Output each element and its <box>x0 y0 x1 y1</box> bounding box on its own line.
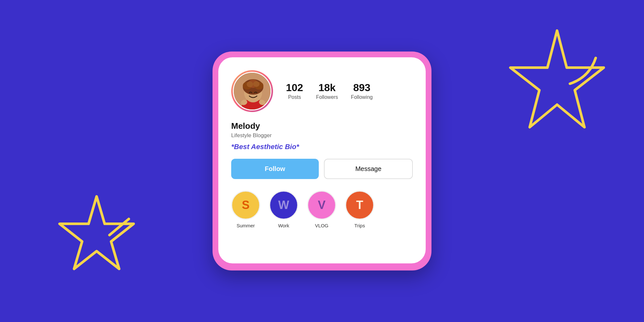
stat-following[interactable]: 893 Following <box>351 82 373 100</box>
svg-marker-0 <box>60 196 134 269</box>
right-star-decoration <box>496 26 618 148</box>
highlight-work[interactable]: W Work <box>269 191 298 228</box>
highlight-label-summer: Summer <box>237 223 255 228</box>
stat-followers[interactable]: 18k Followers <box>316 82 338 100</box>
highlight-circle-trips: T <box>345 191 374 220</box>
svg-point-11 <box>247 81 253 87</box>
user-bio: *Best Aesthetic Bio* <box>231 143 413 151</box>
highlight-label-trips: Trips <box>355 223 365 228</box>
stats-section: 102 Posts 18k Followers 893 Following <box>286 82 413 100</box>
highlight-vlog[interactable]: V VLOG <box>307 191 336 228</box>
highlight-circle-vlog: V <box>307 191 336 220</box>
highlight-label-vlog: VLOG <box>315 223 328 228</box>
followers-count: 18k <box>318 82 336 93</box>
message-button[interactable]: Message <box>324 159 413 179</box>
user-title: Lifestyle Blogger <box>231 132 413 139</box>
highlight-circle-summer: S <box>231 191 260 220</box>
action-buttons: Follow Message <box>231 159 413 179</box>
left-star-decoration <box>52 193 142 283</box>
posts-count: 102 <box>286 82 303 93</box>
phone-mockup: 102 Posts 18k Followers 893 Following Me… <box>213 52 431 270</box>
highlights-row: S Summer W Work V VLOG T Trips <box>231 191 413 228</box>
user-name: Melody <box>231 121 413 131</box>
follow-button[interactable]: Follow <box>231 159 319 179</box>
highlight-label-work: Work <box>278 223 289 228</box>
svg-marker-2 <box>510 31 604 127</box>
following-count: 893 <box>353 82 370 93</box>
avatar-ring <box>231 70 273 112</box>
stat-posts[interactable]: 102 Posts <box>286 82 303 100</box>
following-label: Following <box>351 94 373 100</box>
avatar <box>233 72 271 110</box>
svg-point-12 <box>253 81 260 87</box>
highlight-trips[interactable]: T Trips <box>345 191 374 228</box>
highlight-summer[interactable]: S Summer <box>231 191 260 228</box>
avatar-illustration <box>234 73 271 110</box>
posts-label: Posts <box>288 94 301 100</box>
profile-header: 102 Posts 18k Followers 893 Following <box>231 70 413 112</box>
svg-line-1 <box>109 219 129 235</box>
followers-label: Followers <box>316 94 338 100</box>
phone-screen: 102 Posts 18k Followers 893 Following Me… <box>218 57 426 263</box>
avatar-wrapper <box>231 70 273 112</box>
highlight-circle-work: W <box>269 191 298 220</box>
